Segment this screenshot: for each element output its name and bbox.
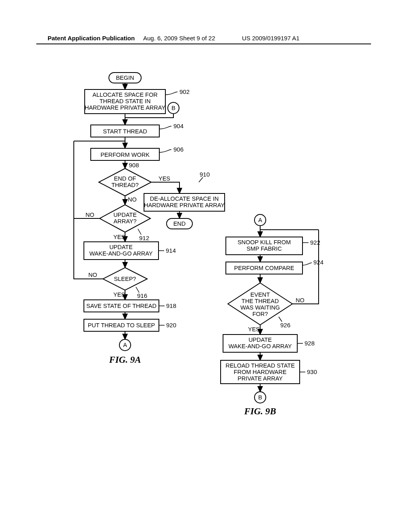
svg-text:SLEEP?: SLEEP? [114, 276, 136, 282]
svg-text:ALLOCATE SPACE FOR: ALLOCATE SPACE FOR [92, 91, 157, 98]
node-904: START THREAD [91, 125, 159, 137]
node-922: SNOOP KILL FROM SMP FABRIC [226, 237, 302, 255]
svg-text:THREAD STATE IN: THREAD STATE IN [100, 98, 151, 104]
svg-text:END OF: END OF [114, 175, 136, 182]
leader-910 [199, 177, 203, 182]
edge [125, 114, 173, 118]
svg-text:B: B [171, 105, 175, 111]
yes-908: YES [159, 175, 170, 182]
header-mid: Aug. 6, 2009 Sheet 9 of 22 [143, 35, 215, 42]
label-910: 910 [200, 171, 210, 178]
header-right: US 2009/0199197 A1 [242, 35, 300, 42]
header-rule [36, 44, 371, 44]
label-908: 908 [129, 162, 139, 168]
connector-b-in: B [168, 102, 179, 114]
svg-text:A: A [123, 342, 127, 348]
svg-text:PERFORM WORK: PERFORM WORK [100, 152, 150, 158]
svg-text:UPDATE: UPDATE [113, 212, 137, 218]
svg-text:PUT THREAD TO SLEEP: PUT THREAD TO SLEEP [88, 322, 155, 328]
svg-text:WAS WAITING: WAS WAITING [240, 304, 280, 311]
svg-text:HARDWARE PRIVATE ARRAY: HARDWARE PRIVATE ARRAY [144, 202, 225, 208]
svg-text:UPDATE: UPDATE [248, 337, 272, 343]
label-902: 902 [179, 88, 190, 95]
node-910: DE-ALLOCATE SPACE IN HARDWARE PRIVATE AR… [144, 193, 225, 211]
label-918: 918 [166, 302, 176, 309]
svg-text:THE THREAD: THE THREAD [242, 298, 279, 304]
svg-text:SNOOP KILL FROM: SNOOP KILL FROM [238, 239, 291, 245]
connector-a-out: A [119, 339, 131, 351]
node-914: UPDATE WAKE-AND-GO ARRAY [84, 242, 159, 260]
yes-926: YES [248, 326, 260, 332]
node-928: UPDATE WAKE-AND-GO ARRAY [223, 335, 297, 352]
node-906: PERFORM WORK [91, 148, 159, 160]
no-912: NO [86, 212, 94, 218]
svg-text:EVENT: EVENT [250, 291, 270, 298]
svg-text:FOR?: FOR? [252, 311, 268, 317]
svg-text:PRIVATE ARRAY: PRIVATE ARRAY [238, 375, 283, 382]
svg-text:HARDWARE PRIVATE ARRAY: HARDWARE PRIVATE ARRAY [85, 104, 165, 111]
leader-904 [159, 126, 171, 129]
no-926: NO [296, 297, 305, 303]
svg-text:WAKE-AND-GO ARRAY: WAKE-AND-GO ARRAY [228, 343, 292, 349]
svg-text:RELOAD THREAD STATE: RELOAD THREAD STATE [225, 362, 295, 369]
page: Patent Application Publication Aug. 6, 2… [0, 0, 413, 532]
svg-text:SMP FABRIC: SMP FABRIC [246, 245, 282, 252]
svg-text:UPDATE: UPDATE [109, 244, 133, 250]
node-end: END [167, 218, 192, 229]
leader-924 [302, 263, 312, 265]
label-920: 920 [166, 322, 176, 328]
svg-text:A: A [258, 217, 262, 223]
svg-text:SAVE STATE OF THREAD: SAVE STATE OF THREAD [86, 303, 156, 309]
fig9b-caption: FIG. 9B [244, 406, 276, 416]
yes-912: YES [113, 234, 125, 240]
svg-text:DE-ALLOCATE SPACE IN: DE-ALLOCATE SPACE IN [150, 195, 219, 202]
no-908: NO [128, 196, 137, 203]
label-904: 904 [173, 123, 184, 129]
leader-926 [279, 317, 282, 322]
svg-text:WAKE-AND-GO ARRAY: WAKE-AND-GO ARRAY [89, 250, 152, 257]
leader-916 [136, 287, 139, 293]
node-902: ALLOCATE SPACE FOR THREAD STATE IN HARDW… [85, 89, 165, 114]
edge [151, 182, 179, 193]
connector-a-in: A [254, 214, 266, 226]
label-930: 930 [307, 368, 317, 375]
yes-916: YES [113, 291, 125, 298]
flowchart-canvas: BEGIN ALLOCATE SPACE FOR THREAD STATE IN… [38, 60, 373, 504]
leader-902 [165, 92, 177, 95]
node-begin: BEGIN [109, 73, 141, 83]
leader-906 [159, 150, 171, 152]
svg-text:B: B [258, 394, 262, 401]
svg-text:THREAD?: THREAD? [111, 182, 139, 188]
no-916: NO [88, 272, 97, 278]
svg-text:PERFORM COMPARE: PERFORM COMPARE [234, 265, 294, 271]
node-916: SLEEP? [103, 268, 147, 290]
node-912: UPDATE ARRAY? [100, 205, 150, 232]
leader-912 [138, 229, 141, 235]
node-930: RELOAD THREAD STATE FROM HARDWARE PRIVAT… [221, 360, 300, 384]
label-928: 928 [305, 340, 315, 347]
node-926: EVENT THE THREAD WAS WAITING FOR? [228, 283, 292, 325]
connector-b-out: B [254, 392, 266, 403]
svg-text:FROM HARDWARE: FROM HARDWARE [234, 369, 287, 375]
fig9a-caption: FIG. 9A [108, 355, 141, 365]
node-918: SAVE STATE OF THREAD [84, 300, 159, 312]
label-926: 926 [280, 322, 290, 328]
svg-text:END: END [173, 220, 186, 227]
label-914: 914 [166, 247, 176, 254]
label-916: 916 [137, 292, 147, 299]
header-left: Patent Application Publication [48, 35, 135, 42]
svg-text:BEGIN: BEGIN [116, 75, 134, 81]
node-908: END OF THREAD? [99, 168, 151, 196]
label-906: 906 [173, 146, 184, 153]
svg-text:ARRAY?: ARRAY? [114, 218, 137, 224]
svg-text:START THREAD: START THREAD [103, 128, 147, 135]
node-920: PUT THREAD TO SLEEP [84, 319, 159, 331]
node-924: PERFORM COMPARE [226, 262, 302, 274]
label-912: 912 [139, 235, 149, 241]
